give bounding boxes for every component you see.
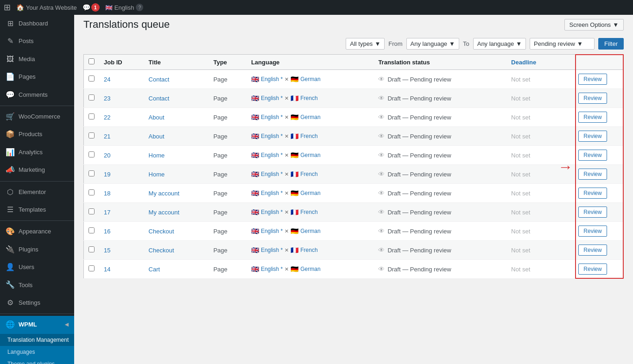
- row-review-9[interactable]: Review: [562, 241, 623, 260]
- row-review-10[interactable]: Review: [562, 260, 623, 279]
- job-id-link-9[interactable]: 15: [104, 247, 110, 254]
- row-review-4[interactable]: Review: [562, 146, 623, 165]
- row-checkbox-cell-10[interactable]: [84, 260, 100, 279]
- row-checkbox-4[interactable]: [89, 151, 95, 157]
- sidebar-item-appearance[interactable]: 🎨 Appearance: [0, 223, 74, 240]
- sidebar-item-elementor[interactable]: ⬡ Elementor: [0, 183, 74, 201]
- row-checkbox-cell-0[interactable]: [84, 70, 100, 89]
- row-checkbox-cell-6[interactable]: [84, 184, 100, 203]
- title-link-6[interactable]: My account: [149, 190, 179, 197]
- job-id-link-3[interactable]: 21: [104, 133, 110, 140]
- job-id-link-4[interactable]: 20: [104, 152, 110, 159]
- to-language-select[interactable]: Any language ▼: [473, 38, 526, 50]
- sidebar-item-products[interactable]: 📦 Products: [0, 126, 74, 143]
- row-checkbox-cell-5[interactable]: [84, 165, 100, 184]
- row-checkbox-cell-4[interactable]: [84, 146, 100, 165]
- notifications-badge[interactable]: 💬 1: [82, 3, 100, 12]
- row-job-id-9: 15: [99, 241, 144, 260]
- review-button-5[interactable]: Review: [578, 169, 607, 180]
- deadline-header[interactable]: Deadline: [506, 55, 562, 70]
- select-all-checkbox[interactable]: [89, 58, 95, 64]
- from-language-select[interactable]: Any language ▼: [406, 38, 459, 50]
- review-button-9[interactable]: Review: [578, 245, 607, 256]
- row-review-0[interactable]: Review: [562, 70, 623, 89]
- all-types-select[interactable]: All types ▼: [346, 38, 385, 50]
- sidebar-item-users[interactable]: 👤 Users: [0, 258, 74, 276]
- job-id-link-10[interactable]: 14: [104, 266, 110, 273]
- row-review-6[interactable]: Review: [562, 184, 623, 203]
- select-all-header[interactable]: [84, 55, 100, 70]
- sidebar-item-pages[interactable]: 📄 Pages: [0, 68, 74, 86]
- row-review-3[interactable]: Review: [562, 127, 623, 146]
- review-button-0[interactable]: Review: [578, 74, 607, 85]
- help-icon[interactable]: ?: [136, 4, 143, 11]
- sidebar-item-settings[interactable]: ⚙ Settings: [0, 294, 74, 312]
- job-id-link-8[interactable]: 16: [104, 228, 110, 235]
- language-selector[interactable]: 🇬🇧 English ?: [105, 4, 144, 11]
- row-checkbox-3[interactable]: [89, 132, 95, 138]
- job-id-link-0[interactable]: 24: [104, 76, 110, 83]
- sidebar-item-tools[interactable]: 🔧 Tools: [0, 276, 74, 294]
- sidebar-item-posts[interactable]: ✎ Posts: [0, 32, 74, 50]
- row-checkbox-6[interactable]: [89, 189, 95, 195]
- title-link-5[interactable]: Home: [149, 171, 165, 178]
- title-link-3[interactable]: About: [149, 133, 165, 140]
- screen-options-button[interactable]: Screen Options ▼: [564, 19, 624, 31]
- sidebar-item-woocommerce[interactable]: 🛒 WooCommerce: [0, 108, 74, 126]
- row-checkbox-7[interactable]: [89, 208, 95, 214]
- title-link-0[interactable]: Contact: [149, 76, 170, 83]
- row-review-5[interactable]: Review: [562, 165, 623, 184]
- title-link-7[interactable]: My account: [149, 209, 179, 216]
- sidebar-item-wpml[interactable]: 🌐 WPML ◀: [0, 316, 74, 333]
- review-button-2[interactable]: Review: [578, 112, 607, 123]
- job-id-link-2[interactable]: 22: [104, 114, 110, 121]
- title-link-1[interactable]: Contact: [149, 95, 170, 102]
- row-checkbox-cell-1[interactable]: [84, 89, 100, 108]
- row-review-8[interactable]: Review: [562, 222, 623, 241]
- sidebar-sub-languages[interactable]: Languages: [0, 346, 74, 358]
- row-review-2[interactable]: Review: [562, 108, 623, 127]
- row-review-1[interactable]: Review: [562, 89, 623, 108]
- title-link-9[interactable]: Checkout: [149, 247, 174, 254]
- title-link-2[interactable]: About: [149, 114, 165, 121]
- review-button-3[interactable]: Review: [578, 131, 607, 142]
- review-button-4[interactable]: Review: [578, 150, 607, 161]
- sidebar-sub-translation-management[interactable]: Translation Management: [0, 334, 74, 346]
- row-checkbox-0[interactable]: [89, 75, 95, 82]
- filter-button[interactable]: Filter: [598, 38, 624, 50]
- title-link-10[interactable]: Cart: [149, 266, 160, 273]
- sidebar-sub-theme-plugins[interactable]: Theme and plugins localization: [0, 358, 74, 364]
- sidebar-item-media[interactable]: 🖼 Media: [0, 50, 74, 68]
- sidebar-item-marketing[interactable]: 📣 Marketing: [0, 161, 74, 179]
- job-id-link-1[interactable]: 23: [104, 95, 110, 102]
- status-select[interactable]: Pending review ▼: [530, 38, 595, 50]
- row-checkbox-10[interactable]: [89, 265, 95, 271]
- sidebar-item-plugins[interactable]: 🔌 Plugins: [0, 241, 74, 258]
- review-button-10[interactable]: Review: [578, 264, 607, 275]
- row-checkbox-cell-8[interactable]: [84, 222, 100, 241]
- row-review-7[interactable]: Review: [562, 203, 623, 222]
- job-id-link-6[interactable]: 18: [104, 190, 110, 197]
- review-button-7[interactable]: Review: [578, 207, 607, 218]
- row-checkbox-2[interactable]: [89, 113, 95, 119]
- row-checkbox-cell-9[interactable]: [84, 241, 100, 260]
- job-id-link-5[interactable]: 19: [104, 171, 110, 178]
- sidebar-item-comments[interactable]: 💬 Comments: [0, 86, 74, 104]
- row-checkbox-1[interactable]: [89, 94, 95, 100]
- row-checkbox-cell-3[interactable]: [84, 127, 100, 146]
- row-checkbox-cell-2[interactable]: [84, 108, 100, 127]
- site-name[interactable]: 🏠 Your Astra Website: [16, 4, 77, 11]
- sidebar-item-dashboard[interactable]: ⊞ Dashboard: [0, 15, 74, 32]
- row-checkbox-5[interactable]: [89, 170, 95, 176]
- title-link-8[interactable]: Checkout: [149, 228, 174, 235]
- review-button-6[interactable]: Review: [578, 188, 607, 199]
- job-id-link-7[interactable]: 17: [104, 209, 110, 216]
- sidebar-item-analytics[interactable]: 📊 Analytics: [0, 144, 74, 161]
- review-button-8[interactable]: Review: [578, 226, 607, 237]
- title-link-4[interactable]: Home: [149, 152, 165, 159]
- row-checkbox-9[interactable]: [89, 246, 95, 252]
- review-button-1[interactable]: Review: [578, 93, 607, 104]
- sidebar-item-templates[interactable]: ☰ Templates: [0, 201, 74, 219]
- row-checkbox-8[interactable]: [89, 227, 95, 233]
- row-checkbox-cell-7[interactable]: [84, 203, 100, 222]
